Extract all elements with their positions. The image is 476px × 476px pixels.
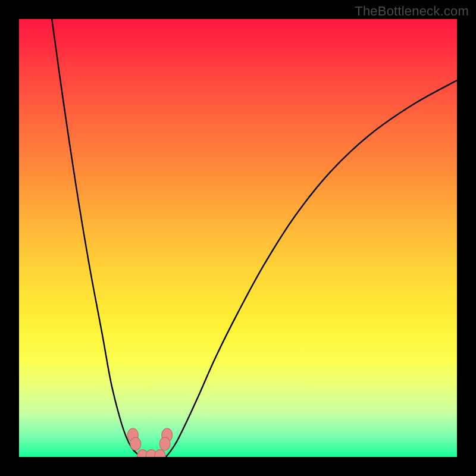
chart-frame: TheBottleneck.com	[0, 0, 476, 476]
plot-area	[19, 19, 457, 457]
marker-left-cluster-mid	[130, 437, 141, 450]
curves-layer	[19, 19, 457, 457]
curve-left	[52, 19, 140, 457]
marker-right-cluster-mid	[159, 437, 170, 450]
marker-group	[127, 428, 172, 457]
curve-right	[166, 80, 457, 457]
watermark-text: TheBottleneck.com	[355, 4, 469, 19]
marker-bottom-right	[155, 450, 165, 457]
